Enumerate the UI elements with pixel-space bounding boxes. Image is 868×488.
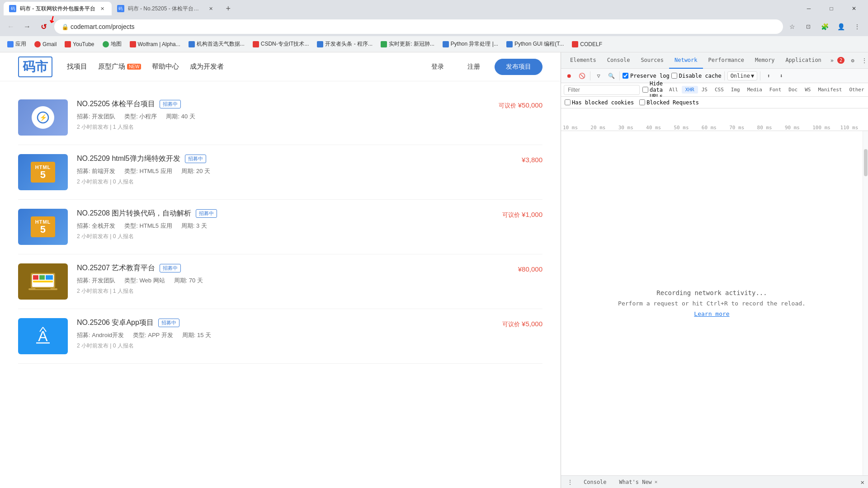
extensions-icon[interactable]: 🧩 xyxy=(817,19,832,34)
bookmark-codelf[interactable]: CODELF xyxy=(568,39,606,49)
minimize-button[interactable]: ─ xyxy=(798,1,819,16)
preserve-log-input[interactable] xyxy=(623,73,628,79)
filter-other[interactable]: Other xyxy=(845,86,868,94)
filter-js[interactable]: JS xyxy=(698,86,711,94)
devtab-application[interactable]: Application xyxy=(780,52,826,69)
filter-xhr[interactable]: XHR xyxy=(682,86,698,94)
tab-2-close[interactable]: ✕ xyxy=(208,5,215,12)
devtools-scrollbar[interactable] xyxy=(863,131,868,475)
address-input[interactable]: 🔒 codemart.com/projects xyxy=(54,19,783,34)
new-tab-button[interactable]: + xyxy=(222,2,235,15)
project-price-25205: 可议价 ¥50,000 xyxy=(488,99,542,110)
tab-1[interactable]: 码 码市 - 互联网软件外包服务平台 ✕ xyxy=(4,2,112,15)
register-button[interactable]: 注册 xyxy=(458,59,489,75)
blocked-requests-checkbox[interactable]: Blocked Requests xyxy=(639,99,699,106)
project-item-25208[interactable]: HTML 5 NO.25208 图片转换代码，自动解析 招募中 招募: 全栈开发… xyxy=(18,200,542,254)
tab-1-close[interactable]: ✕ xyxy=(99,5,106,12)
has-blocked-cookies-checkbox[interactable]: Has blocked cookies xyxy=(565,99,634,106)
throttle-dropdown[interactable]: Online ▼ xyxy=(727,71,758,80)
nav-find-projects[interactable]: 找项目 xyxy=(67,62,87,71)
project-title-25207: NO.25207 艺术教育平台 xyxy=(77,263,155,273)
bookmark-gmail[interactable]: Gmail xyxy=(31,39,60,49)
project-info-25209: NO.25209 html5弹力绳特效开发 招募中 招募: 前端开发 类型: H… xyxy=(77,154,479,186)
profile-icon[interactable]: 👤 xyxy=(834,19,848,34)
devtools-settings-icon[interactable]: ⚙ xyxy=(847,55,858,66)
bookmark-python-exc[interactable]: Python 异常处理 |... xyxy=(439,38,502,50)
nav-become-developer[interactable]: 成为开发者 xyxy=(190,62,224,71)
preserve-log-checkbox[interactable]: Preserve log xyxy=(623,73,670,79)
devtab-network[interactable]: Network xyxy=(669,52,703,69)
menu-icon[interactable]: ⋮ xyxy=(850,19,864,34)
filter-doc[interactable]: Doc xyxy=(785,86,801,94)
project-title-row-25208: NO.25208 图片转换代码，自动解析 招募中 xyxy=(77,209,479,218)
reload-button[interactable]: ↺ xyxy=(36,19,51,34)
filter-media[interactable]: Media xyxy=(744,86,766,94)
export-button[interactable]: ⬇ xyxy=(776,70,787,81)
filter-img[interactable]: Img xyxy=(727,86,744,94)
bookmark-wolfram[interactable]: Wolfram | Alpha... xyxy=(126,39,184,49)
bottom-tab-console[interactable]: Console xyxy=(579,477,611,487)
filter-ws[interactable]: WS xyxy=(801,86,814,94)
timeline-label-100ms: 100 ms xyxy=(812,125,840,131)
devtab-memory[interactable]: Memory xyxy=(750,52,780,69)
devtools-bottom-close[interactable]: ✕ xyxy=(861,479,864,486)
bookmark-csdn[interactable]: CSDN-专业IT技术... xyxy=(249,38,313,50)
svg-rect-6 xyxy=(46,275,53,280)
devtools-dock-icon[interactable]: ⋮ xyxy=(859,55,868,66)
project-time-25206: 2 小时前发布 | 0 人报名 xyxy=(77,342,479,350)
hide-data-urls-input[interactable] xyxy=(642,87,648,93)
devtab-console[interactable]: Console xyxy=(602,52,636,69)
filter-manifest[interactable]: Manifest xyxy=(814,86,845,94)
site-logo[interactable]: 码市 xyxy=(18,56,52,77)
project-item-25206[interactable]: A NO.25206 安卓App项目 招募中 招 xyxy=(18,309,542,364)
bottom-whats-new-label: What's New xyxy=(619,479,652,485)
filter-all[interactable]: All xyxy=(665,86,682,94)
throttle-arrow-icon: ▼ xyxy=(751,73,754,79)
publish-project-button[interactable]: 发布项目 xyxy=(495,59,542,75)
nav-help-center[interactable]: 帮助中心 xyxy=(152,62,179,71)
import-button[interactable]: ⬆ xyxy=(763,70,774,81)
back-button[interactable]: ← xyxy=(4,19,18,34)
devtab-elements[interactable]: Elements xyxy=(565,52,602,69)
close-button[interactable]: ✕ xyxy=(844,1,864,16)
bookmark-star-icon[interactable]: ☆ xyxy=(785,19,799,34)
forward-button[interactable]: → xyxy=(20,19,34,34)
bookmark-covid[interactable]: 实时更新: 新冠肺... xyxy=(377,38,438,50)
record-button[interactable]: ⏺ xyxy=(564,70,575,81)
has-blocked-cookies-input[interactable] xyxy=(565,99,571,105)
bookmark-python-gui[interactable]: Python GUI 编程(T... xyxy=(503,38,567,50)
tab-2[interactable]: 码 码市 - No.25205 - 体检平台项… ✕ xyxy=(112,2,220,15)
learn-more-link[interactable]: Learn more xyxy=(694,310,729,317)
devtools-bottom-menu-icon[interactable]: ⋮ xyxy=(565,477,576,488)
disable-cache-checkbox[interactable]: Disable cache xyxy=(671,73,722,79)
bookmark-maps[interactable]: 地图 xyxy=(99,38,125,50)
blocked-requests-input[interactable] xyxy=(639,99,645,105)
devtab-more[interactable]: » xyxy=(827,52,837,69)
bookmark-youtube[interactable]: YouTube xyxy=(61,39,98,49)
maximize-button[interactable]: □ xyxy=(821,1,842,16)
login-button[interactable]: 登录 xyxy=(422,59,453,75)
project-title-row-25205: NO.25205 体检平台项目 招募中 xyxy=(77,99,479,109)
project-type-25208: 类型: HTML5 应用 xyxy=(124,222,172,230)
clear-button[interactable]: 🚫 xyxy=(576,70,587,81)
bookmark-apps[interactable]: 应用 xyxy=(4,38,30,50)
disable-cache-input[interactable] xyxy=(671,73,677,79)
devtab-sources[interactable]: Sources xyxy=(635,52,669,69)
filter-font[interactable]: Font xyxy=(766,86,785,94)
project-item-25207[interactable]: NO.25207 艺术教育平台 招募中 招募: 开发团队 类型: Web 网站 … xyxy=(18,254,542,309)
bottom-whats-new-close-icon[interactable]: ✕ xyxy=(655,479,658,485)
bookmark-weather[interactable]: 机构首选天气数据... xyxy=(185,38,248,50)
search-button[interactable]: 🔍 xyxy=(606,70,617,81)
project-item-25209[interactable]: HTML 5 NO.25209 html5弹力绳特效开发 招募中 招募: 前端开… xyxy=(18,145,542,200)
filter-button[interactable]: ▽ xyxy=(593,70,604,81)
bookmark-devtoutiao[interactable]: 开发者头条 - 程序... xyxy=(313,38,376,50)
project-item-25205[interactable]: ⚡ NO.25205 体检平台项目 招募中 招募: 开发团队 类型: 小程序 周… xyxy=(18,90,542,145)
cast-icon[interactable]: ⊡ xyxy=(801,19,816,34)
nav-prototype-plaza[interactable]: 原型广场 NEW xyxy=(98,62,141,71)
devtab-performance[interactable]: Performance xyxy=(703,52,750,69)
filter-css[interactable]: CSS xyxy=(711,86,727,94)
filter-input[interactable] xyxy=(564,85,640,95)
bookmark-youtube-icon xyxy=(65,41,71,47)
bottom-tab-whats-new[interactable]: What's New ✕ xyxy=(615,477,662,487)
timeline-label-90ms: 90 ms xyxy=(785,125,812,131)
